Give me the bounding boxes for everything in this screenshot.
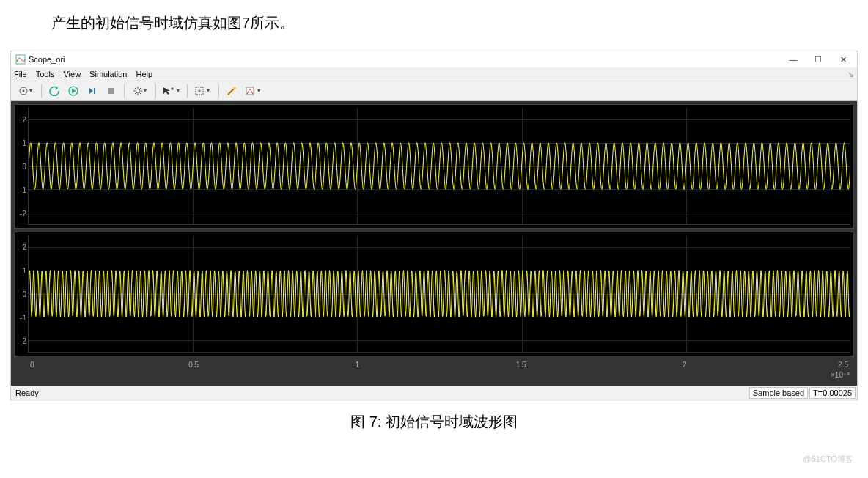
scope-area: -2-1012-2-1012 -2-1012-2-1012 ×10⁻⁴ 00.5… bbox=[11, 101, 857, 386]
statusbar: Ready Sample based T=0.00025 bbox=[11, 386, 857, 400]
x-tick-label: 2.5 bbox=[838, 361, 848, 369]
plot-panel-2[interactable]: -2-1012-2-1012 bbox=[14, 232, 854, 356]
stop-button[interactable] bbox=[103, 83, 120, 99]
x-axis: ×10⁻⁴ 00.511.522.5 bbox=[14, 359, 854, 383]
minimize-button[interactable]: — bbox=[781, 51, 806, 67]
svg-rect-4 bbox=[94, 88, 95, 94]
measure-button[interactable] bbox=[223, 83, 240, 99]
y-tick-label: -1 bbox=[16, 186, 26, 194]
watermark: @51CTO博客 bbox=[803, 454, 853, 465]
x-tick-label: 1.5 bbox=[516, 361, 526, 369]
scope-window: Scope_ori — ☐ ✕ File Tools View Simulati… bbox=[10, 51, 858, 400]
menu-file[interactable]: File bbox=[14, 70, 27, 78]
plot-area-2 bbox=[28, 235, 850, 353]
svg-line-11 bbox=[135, 88, 136, 89]
svg-rect-5 bbox=[108, 88, 114, 94]
y-tick-label: -1 bbox=[16, 314, 26, 322]
app-icon bbox=[15, 54, 26, 65]
menu-simulation[interactable]: Simulation bbox=[89, 70, 127, 78]
svg-line-12 bbox=[140, 93, 141, 95]
x-axis-exponent: ×10⁻⁴ bbox=[831, 371, 850, 379]
figure-caption: 图 7: 初始信号时域波形图 bbox=[0, 400, 868, 432]
close-button[interactable]: ✕ bbox=[831, 51, 856, 67]
status-time: T=0.00025 bbox=[809, 387, 856, 399]
y-tick-label: 0 bbox=[16, 290, 26, 298]
plot-panel-1[interactable]: -2-1012-2-1012 bbox=[14, 104, 854, 229]
menu-help[interactable]: Help bbox=[136, 70, 152, 78]
svg-line-13 bbox=[135, 93, 136, 95]
window-title: Scope_ori bbox=[29, 55, 65, 64]
doc-intro-text: 产生的初始信号时域仿真如图7所示。 bbox=[0, 0, 868, 33]
status-text: Ready bbox=[12, 389, 39, 397]
titlebar[interactable]: Scope_ori — ☐ ✕ bbox=[11, 51, 857, 67]
x-tick-label: 0 bbox=[30, 361, 34, 369]
settings-dropdown-button[interactable] bbox=[128, 83, 152, 99]
menu-view[interactable]: View bbox=[63, 70, 81, 78]
svg-point-6 bbox=[136, 89, 140, 93]
highlight-dropdown-button[interactable] bbox=[242, 83, 265, 99]
cursor-dropdown-button[interactable] bbox=[160, 83, 183, 99]
x-tick-label: 0.5 bbox=[188, 361, 199, 369]
menubar: File Tools View Simulation Help ↘ bbox=[11, 67, 857, 81]
y-tick-label: 1 bbox=[16, 267, 26, 275]
x-tick-label: 1 bbox=[356, 361, 360, 369]
y-tick-label: 2 bbox=[16, 116, 26, 124]
maximize-button[interactable]: ☐ bbox=[806, 51, 831, 67]
plot-area-1 bbox=[28, 108, 850, 225]
y-tick-label: -2 bbox=[16, 210, 26, 218]
zoom-box-dropdown-button[interactable] bbox=[191, 83, 215, 99]
play-button[interactable] bbox=[65, 83, 82, 99]
status-mode: Sample based bbox=[749, 387, 808, 399]
run-back-button[interactable] bbox=[45, 83, 63, 99]
svg-point-2 bbox=[23, 90, 25, 92]
x-tick-label: 2 bbox=[683, 361, 687, 369]
svg-point-16 bbox=[233, 87, 236, 89]
step-forward-button[interactable] bbox=[84, 83, 101, 99]
svg-line-14 bbox=[140, 88, 141, 89]
menu-tools[interactable]: Tools bbox=[36, 70, 55, 78]
y-tick-label: 0 bbox=[16, 163, 26, 171]
menu-corner-icon[interactable]: ↘ bbox=[847, 70, 854, 79]
y-tick-label: -2 bbox=[16, 337, 26, 345]
toolbar bbox=[11, 81, 857, 101]
y-tick-label: 1 bbox=[16, 139, 26, 147]
print-dropdown-button[interactable] bbox=[14, 83, 37, 99]
y-tick-label: 2 bbox=[16, 243, 26, 251]
